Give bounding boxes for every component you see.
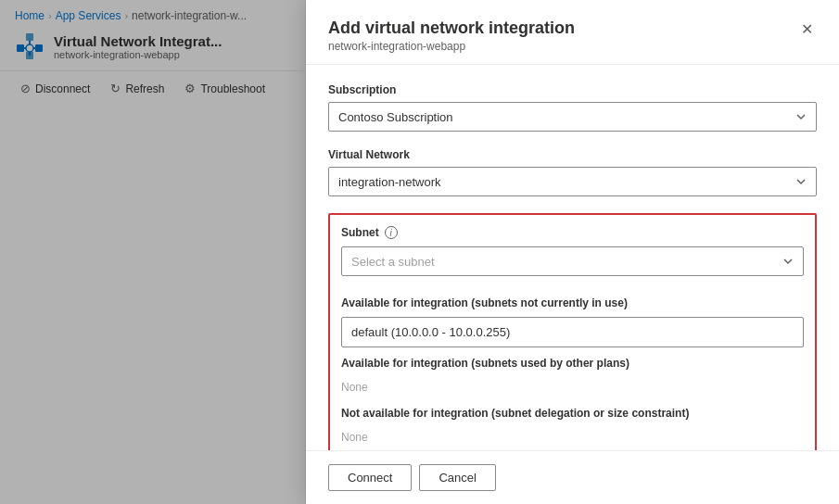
subnet-section: Subnet i Select a subnet Available for i…	[328, 213, 817, 450]
virtual-network-label: Virtual Network	[328, 148, 817, 161]
virtual-network-select[interactable]: integration-network	[328, 167, 817, 196]
dialog-footer: Connect Cancel	[306, 450, 839, 504]
available-category-1: Available for integration (subnets not c…	[341, 296, 804, 309]
cancel-button[interactable]: Cancel	[419, 464, 495, 491]
add-vnet-dialog: Add virtual network integration network-…	[306, 0, 839, 504]
subnet-none-2: None	[341, 427, 804, 447]
subscription-label: Subscription	[328, 83, 817, 96]
close-button[interactable]: ✕	[797, 19, 817, 41]
dialog-header: Add virtual network integration network-…	[306, 0, 839, 65]
subnet-none-1: None	[341, 377, 804, 397]
dialog-subtitle: network-integration-webapp	[328, 40, 575, 53]
available-category-2: Available for integration (subnets used …	[341, 357, 804, 370]
dialog-header-text: Add virtual network integration network-…	[328, 19, 575, 53]
not-available-category: Not available for integration (subnet de…	[341, 407, 804, 420]
subscription-select[interactable]: Contoso Subscription	[328, 102, 817, 132]
subnet-info-icon[interactable]: i	[385, 226, 398, 239]
subscription-group: Subscription Contoso Subscription	[328, 83, 817, 132]
virtual-network-group: Virtual Network integration-network	[328, 148, 817, 196]
connect-button[interactable]: Connect	[328, 464, 412, 491]
subnet-select[interactable]: Select a subnet	[341, 246, 804, 276]
dialog-body: Subscription Contoso Subscription Virtua…	[306, 65, 839, 450]
subnet-label-row: Subnet i	[341, 226, 804, 239]
dialog-title: Add virtual network integration	[328, 19, 575, 38]
subnet-label: Subnet	[341, 226, 379, 239]
subnet-item-default[interactable]: default (10.0.0.0 - 10.0.0.255)	[341, 317, 804, 347]
